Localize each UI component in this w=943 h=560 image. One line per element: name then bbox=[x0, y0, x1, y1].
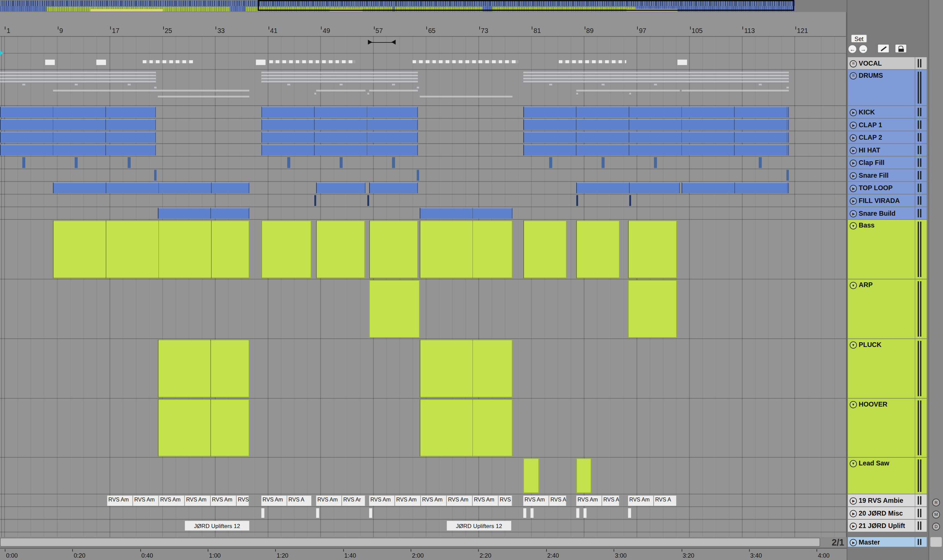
clip-rvs[interactable]: RVS bbox=[499, 496, 512, 506]
rail-badge-m[interactable]: M bbox=[932, 511, 940, 518]
track-lane-kick[interactable] bbox=[0, 106, 847, 119]
fold-icon[interactable]: ▼ bbox=[850, 342, 857, 349]
clip-rvs[interactable]: RVS Am bbox=[133, 496, 159, 506]
track-header-clap1[interactable]: ▶CLAP 1 bbox=[848, 118, 926, 131]
clip-snarefill[interactable] bbox=[786, 170, 789, 181]
track-header-clap2[interactable]: ▶CLAP 2 bbox=[848, 131, 926, 143]
clip-kick[interactable] bbox=[262, 107, 418, 117]
clip-toploop[interactable] bbox=[316, 182, 366, 193]
play-icon[interactable]: ▶ bbox=[850, 134, 857, 141]
clip-vocal[interactable] bbox=[96, 60, 106, 65]
clip-bass[interactable] bbox=[576, 220, 620, 278]
track-lane-clap2[interactable] bbox=[0, 131, 847, 144]
clip-arp[interactable] bbox=[369, 280, 420, 338]
track-lane-vocal[interactable] bbox=[0, 57, 847, 70]
clip-jordmisc[interactable] bbox=[583, 508, 587, 518]
rail-badge-d[interactable]: D bbox=[932, 523, 940, 531]
play-icon[interactable]: ▶ bbox=[850, 522, 857, 529]
play-icon[interactable]: ▶ bbox=[850, 159, 857, 166]
clip-clap1[interactable] bbox=[262, 119, 418, 130]
track-header-jorduplift[interactable]: ▶21 JØRD Uplift bbox=[848, 520, 926, 532]
track-header-leadsaw[interactable]: ▼Lead Saw bbox=[848, 458, 926, 494]
track-lane-hihat[interactable] bbox=[0, 144, 847, 157]
play-icon[interactable]: ▶ bbox=[850, 172, 857, 179]
clip-bass[interactable] bbox=[316, 220, 365, 278]
clip-clap1[interactable] bbox=[0, 119, 156, 130]
track-lane-leadsaw[interactable] bbox=[0, 458, 847, 494]
track-lane-bass[interactable] bbox=[0, 220, 847, 279]
clip-hihat[interactable] bbox=[262, 145, 418, 155]
clip-bass[interactable] bbox=[628, 220, 677, 278]
fold-icon[interactable]: ▼ bbox=[850, 401, 857, 408]
clip-jordmisc[interactable] bbox=[531, 508, 534, 518]
track-header-kick[interactable]: ▶KICK bbox=[848, 106, 926, 118]
clip-hihat[interactable] bbox=[0, 145, 156, 155]
track-lane-drums[interactable] bbox=[0, 70, 847, 106]
clip-rvs[interactable]: RVS A bbox=[654, 496, 677, 506]
clip-clapfill[interactable] bbox=[549, 157, 552, 168]
clip-vocal[interactable] bbox=[256, 60, 266, 65]
clip-jordmisc[interactable] bbox=[628, 508, 631, 518]
arrangement-area[interactable]: 191725334149576573818997105113121 RVS Am… bbox=[0, 12, 847, 537]
group-icon[interactable]: ≡ bbox=[850, 60, 857, 67]
track-header-rvs[interactable]: ▶19 RVS Ambie bbox=[848, 494, 926, 506]
clip-toploop[interactable] bbox=[53, 182, 249, 193]
clip-clapfill[interactable] bbox=[75, 157, 78, 168]
clip-hoover[interactable] bbox=[420, 399, 512, 456]
clip-hihat[interactable] bbox=[523, 145, 789, 155]
clip-clap2[interactable] bbox=[0, 132, 156, 143]
clip-fillvirada[interactable] bbox=[314, 195, 316, 206]
track-header-fillvirada[interactable]: ▶FILL VIRADA bbox=[848, 194, 926, 207]
clip-rvs[interactable]: RVS Am bbox=[369, 496, 395, 506]
clip-arp[interactable] bbox=[628, 280, 677, 338]
clip-toploop[interactable] bbox=[576, 182, 680, 193]
track-header-arp[interactable]: ▼ARP bbox=[848, 279, 926, 338]
track-lane-hoover[interactable] bbox=[0, 398, 847, 457]
track-header-jordmisc[interactable]: ▶20 JØRD Misc bbox=[848, 507, 926, 519]
clip-kick[interactable] bbox=[0, 107, 156, 117]
clip-kick[interactable] bbox=[523, 107, 789, 117]
clip-leadsaw[interactable] bbox=[576, 458, 591, 493]
track-lane-arp[interactable] bbox=[0, 279, 847, 339]
track-header-toploop[interactable]: ▶TOP LOOP bbox=[848, 182, 926, 194]
clip-jordmisc[interactable] bbox=[262, 508, 265, 518]
clip-jorduplift[interactable]: JØRD Uplifters 12 bbox=[185, 521, 249, 531]
clip-vocal[interactable] bbox=[269, 60, 355, 63]
group-icon[interactable]: ≡ bbox=[850, 72, 857, 79]
play-icon[interactable]: ▶ bbox=[850, 510, 857, 517]
overview-view-rectangle[interactable] bbox=[258, 0, 794, 11]
clip-clapfill[interactable] bbox=[22, 157, 25, 168]
clip-clapfill[interactable] bbox=[340, 157, 343, 168]
clip-rvs[interactable]: RVS Am bbox=[576, 496, 602, 506]
clip-rvs[interactable]: RVS A bbox=[287, 496, 312, 506]
clip-snarebuild[interactable] bbox=[158, 208, 249, 218]
track-lane-clapfill[interactable] bbox=[0, 157, 847, 169]
clip-rvs[interactable]: RVS Am bbox=[628, 496, 654, 506]
clip-rvs[interactable]: RVS Am bbox=[107, 496, 133, 506]
clip-rvs[interactable]: RVS Am bbox=[395, 496, 421, 506]
clip-clap2[interactable] bbox=[262, 132, 418, 143]
track-header-hoover[interactable]: ▼HOOVER bbox=[848, 398, 926, 457]
play-icon[interactable]: ▶ bbox=[850, 197, 857, 204]
track-header-hihat[interactable]: ▶HI HAT bbox=[848, 144, 926, 156]
rail-badge-r[interactable]: R bbox=[932, 499, 940, 506]
clip-snarefill[interactable] bbox=[417, 170, 419, 181]
clip-fillvirada[interactable] bbox=[367, 195, 369, 206]
clip-rvs[interactable]: RVS Am bbox=[447, 496, 473, 506]
play-icon[interactable]: ▶ bbox=[850, 185, 857, 191]
time-ruler[interactable]: 0:000:200:401:001:201:402:002:202:403:00… bbox=[0, 548, 847, 560]
play-icon[interactable]: ▶ bbox=[850, 210, 857, 217]
play-icon[interactable]: ▶ bbox=[850, 497, 857, 504]
clip-fillvirada[interactable] bbox=[576, 195, 578, 206]
clip-toploop[interactable] bbox=[681, 182, 789, 193]
clip-jordmisc[interactable] bbox=[316, 508, 319, 518]
clip-rvs[interactable]: RVS Am bbox=[316, 496, 342, 506]
clip-clapfill[interactable] bbox=[601, 157, 605, 168]
clip-bass[interactable] bbox=[53, 220, 249, 278]
play-icon[interactable]: ▶ bbox=[850, 122, 857, 129]
clip-snarefill[interactable] bbox=[154, 170, 157, 181]
clip-rvs[interactable]: RVS Am bbox=[262, 496, 288, 506]
clip-rvs[interactable]: RVS Am bbox=[523, 496, 549, 506]
clip-rvs[interactable]: RVS Am bbox=[211, 496, 237, 506]
clip-rvs[interactable]: RVS A bbox=[549, 496, 567, 506]
